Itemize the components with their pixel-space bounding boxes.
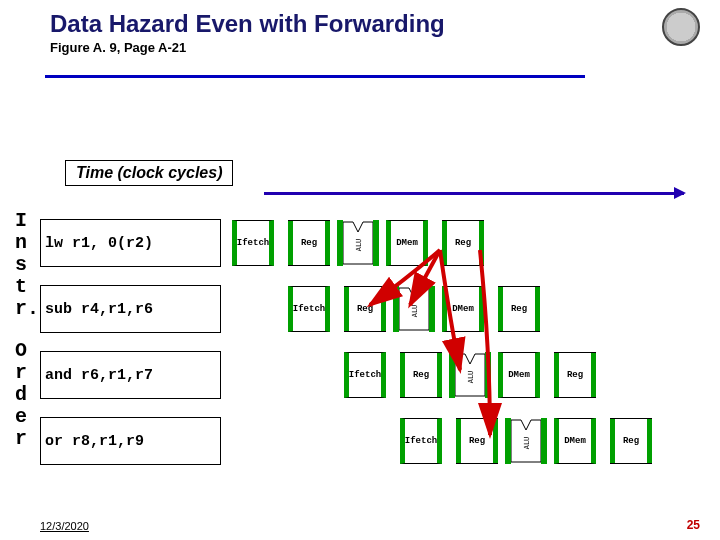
instruction-code: sub r4,r1,r6 [40,285,221,333]
stage-dmem: DMem [386,220,428,266]
side-label-order: O r d e r [15,340,27,450]
stage-dmem: DMem [442,286,484,332]
svg-rect-10 [541,418,547,464]
stage-reg-wb: Reg [554,352,596,398]
stage-dmem: DMem [554,418,596,464]
svg-rect-3 [393,286,399,332]
instruction-code: and r6,r1,r7 [40,351,221,399]
instruction-code: or r8,r1,r9 [40,417,221,465]
stage-dmem: DMem [498,352,540,398]
svg-text:ALU: ALU [411,305,419,318]
svg-text:ALU: ALU [467,371,475,384]
svg-text:ALU: ALU [355,239,363,252]
pipeline-diagram: lw r1, 0(r2) Ifetch Reg ALU DMem Reg sub… [40,210,700,474]
svg-rect-4 [429,286,435,332]
stage-alu: ALU [337,220,379,266]
stage-alu: ALU [505,418,547,464]
seal-icon [662,8,700,46]
stage-ifetch: Ifetch [288,286,330,332]
footer-date: 12/3/2020 [40,520,89,532]
pipeline-row: sub r4,r1,r6 Ifetch Reg ALU DMem Reg [40,276,700,342]
stage-reg: Reg [288,220,330,266]
pipeline-row: and r6,r1,r7 Ifetch Reg ALU DMem Reg [40,342,700,408]
stage-ifetch: Ifetch [344,352,386,398]
time-axis-arrow [264,192,684,195]
pipeline-row: lw r1, 0(r2) Ifetch Reg ALU DMem Reg [40,210,700,276]
svg-rect-6 [449,352,455,398]
figure-reference: Figure A. 9, Page A-21 [50,40,720,55]
stage-reg-wb: Reg [610,418,652,464]
stage-reg: Reg [400,352,442,398]
stage-alu: ALU [393,286,435,332]
pipeline-row: or r8,r1,r9 Ifetch Reg ALU DMem Reg [40,408,700,474]
svg-rect-1 [373,220,379,266]
stage-reg: Reg [344,286,386,332]
svg-rect-0 [337,220,343,266]
title-rule [45,75,585,78]
stage-reg: Reg [456,418,498,464]
stage-reg-wb: Reg [442,220,484,266]
page-title: Data Hazard Even with Forwarding [50,10,720,38]
stage-alu: ALU [449,352,491,398]
svg-rect-7 [485,352,491,398]
instruction-code: lw r1, 0(r2) [40,219,221,267]
footer-page-number: 25 [687,518,700,532]
time-axis-label: Time (clock cycles) [65,160,233,186]
side-label-instr: I n s t r. [15,210,39,320]
stage-ifetch: Ifetch [400,418,442,464]
svg-rect-9 [505,418,511,464]
svg-text:ALU: ALU [523,437,531,450]
stage-ifetch: Ifetch [232,220,274,266]
stage-reg-wb: Reg [498,286,540,332]
